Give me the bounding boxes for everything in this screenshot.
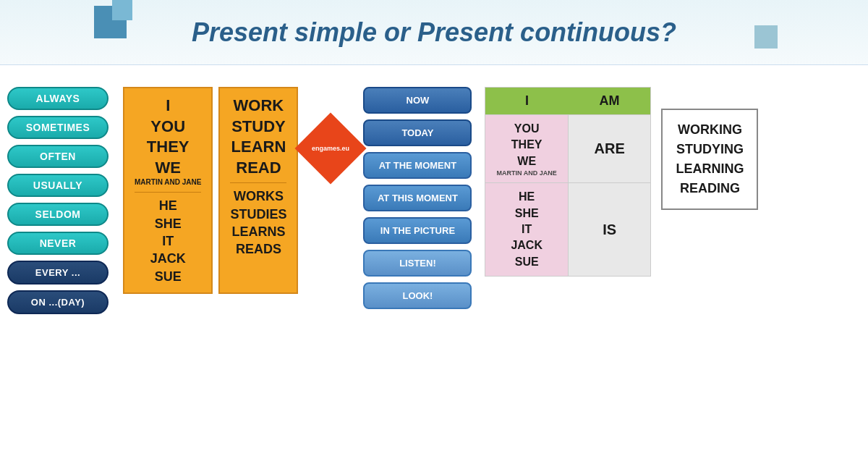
grammar-row1-sub: MARTIN AND JANE [493,169,561,177]
header: Present simple or Present continuous? [0,0,868,65]
grammar-body-row2: HESHEITJACKSUE IS [485,182,650,276]
time-look[interactable]: LOOK! [363,282,472,309]
adverb-on-day[interactable]: ON ...(DAY) [7,290,109,314]
time-at-the-moment[interactable]: AT THE MOMENT [363,152,472,179]
verbs-top: WORKSTUDYLEARNREAD [230,96,286,178]
grammar-body-row1: YOUTHEYWE MARTIN AND JANE ARE [485,114,650,182]
pronouns-top: IYOUTHEYWE [135,96,201,178]
ing-verbs-list: WORKINGSTUDYINGLEARNINGREADING [676,120,744,198]
grammar-row1-right: ARE [569,114,651,182]
deco-left-small [112,0,132,20]
sidebar-adverbs: ALWAYS SOMETIMES OFTEN USUALLY SELDOM NE… [7,87,109,314]
deco-right [754,25,778,49]
adverb-usually[interactable]: USUALLY [7,174,109,197]
grammar-header-am: AM [568,88,650,114]
pronoun-verb-area: IYOUTHEYWE MARTIN AND JANE HESHEITJACKSU… [123,87,298,294]
adverb-never[interactable]: NEVER [7,232,109,255]
grammar-row1-left: YOUTHEYWE MARTIN AND JANE [485,114,569,182]
pronouns-sub: MARTIN AND JANE [135,178,201,186]
time-today[interactable]: TODAY [363,119,472,146]
verbs-bottom: WORKSSTUDIESLEARNSREADS [230,187,286,258]
main-content: ALWAYS SOMETIMES OFTEN USUALLY SELDOM NE… [0,65,868,451]
verbs-box: WORKSTUDYLEARNREAD WORKSSTUDIESLEARNSREA… [218,87,298,294]
grammar-verb-are: ARE [576,121,644,177]
grammar-row2-left: HESHEITJACKSUE [485,182,569,276]
adverb-sometimes[interactable]: SOMETIMES [7,116,109,139]
diamond-shape: engames.eu [295,113,367,185]
pronouns-box: IYOUTHEYWE MARTIN AND JANE HESHEITJACKSU… [123,87,213,294]
pronouns-bottom: HESHEITJACKSUE [135,197,201,284]
time-listen[interactable]: LISTEN! [363,250,472,277]
ing-verbs-box: WORKINGSTUDYINGLEARNINGREADING [661,109,758,210]
grammar-pronouns-he-she-it: HESHEITJACKSUE [493,189,561,270]
grammar-pronouns-you-they-we: YOUTHEYWE [493,121,561,169]
grammar-verb-is: IS [576,189,644,270]
adverb-always[interactable]: ALWAYS [7,87,109,110]
adverb-often[interactable]: OFTEN [7,145,109,168]
adverb-every[interactable]: EVERY ... [7,261,109,284]
diamond-label: engames.eu [312,145,349,152]
time-now[interactable]: NOW [363,87,472,114]
adverb-seldom[interactable]: SELDOM [7,203,109,226]
diamond-area: engames.eu [305,123,356,174]
grammar-row2-right: IS [569,182,651,276]
time-in-the-picture[interactable]: IN THE PICTURE [363,217,472,244]
time-at-this-moment[interactable]: AT THIS MOMENT [363,185,472,211]
page-title: Present simple or Present continuous? [192,17,676,48]
grammar-table: I AM YOUTHEYWE MARTIN AND JANE ARE HESHE… [485,87,651,277]
time-expressions: NOW TODAY AT THE MOMENT AT THIS MOMENT I… [363,87,472,309]
grammar-header-row: I AM [485,88,650,114]
grammar-header-i: I [485,88,568,114]
